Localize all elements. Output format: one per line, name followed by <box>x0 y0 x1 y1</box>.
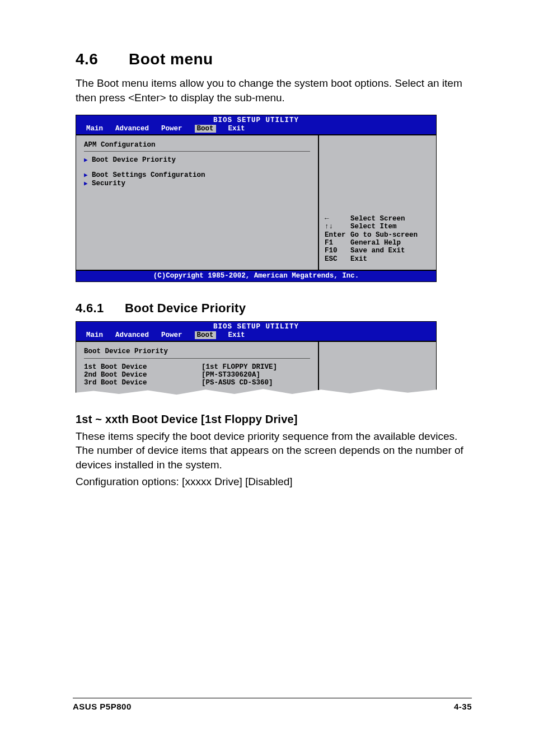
bios-help-pane <box>319 342 436 397</box>
bios-menu-item[interactable]: ▶ Security <box>84 180 310 187</box>
item-heading: 1st ~ xxth Boot Device [1st Floppy Drive… <box>76 413 470 426</box>
bios-header: BIOS SETUP UTILITY Main Advanced Power B… <box>76 115 436 135</box>
bios-left-pane: APM Configuration ▶ Boot Device Priority… <box>76 135 319 270</box>
help-key: F10 <box>325 247 350 255</box>
help-desc: Select Screen <box>350 215 405 223</box>
bios-copyright: (C)Copyright 1985-2002, American Megatre… <box>76 270 436 281</box>
bios-tab-main[interactable]: Main <box>86 125 103 133</box>
bios-item-label: Boot Device Priority <box>92 156 310 164</box>
bios-pane-heading: APM Configuration <box>84 141 310 152</box>
help-key-row: ↑↓Select Item <box>325 223 430 231</box>
bios-tab-boot[interactable]: Boot <box>195 125 216 133</box>
help-key: ↑↓ <box>325 223 350 231</box>
bios-tab-power[interactable]: Power <box>161 125 182 133</box>
help-key: ← <box>325 215 350 223</box>
help-key-row: F10Save and Exit <box>325 247 430 255</box>
help-key: ESC <box>325 255 350 263</box>
bios-setting-value: [PM-ST330620A] <box>202 371 310 379</box>
bios-help-pane: ←Select Screen ↑↓Select Item EnterGo to … <box>319 135 436 270</box>
bios-screenshot-boot-menu: BIOS SETUP UTILITY Main Advanced Power B… <box>76 115 437 282</box>
help-key: Enter <box>325 231 350 239</box>
bios-item-label: Boot Settings Configuration <box>92 171 310 179</box>
help-key-row: ←Select Screen <box>325 215 430 223</box>
help-desc: General Help <box>350 239 401 247</box>
bios-setting-key: 2nd Boot Device <box>84 371 202 379</box>
bios-setting-key: 3rd Boot Device <box>84 379 202 387</box>
bios-pane-heading: Boot Device Priority <box>84 348 310 358</box>
help-key-row: F1General Help <box>325 239 430 247</box>
help-key: F1 <box>325 239 350 247</box>
footer-product: ASUS P5P800 <box>73 702 132 711</box>
help-desc: Go to Sub-screen <box>350 231 418 239</box>
help-key-row: ESCExit <box>325 255 430 263</box>
bios-tab-boot[interactable]: Boot <box>195 331 216 339</box>
help-key-row: EnterGo to Sub-screen <box>325 231 430 239</box>
bios-tab-exit[interactable]: Exit <box>228 125 245 133</box>
bios-tab-bar: Main Advanced Power Boot Exit <box>76 125 436 134</box>
bios-setting-row[interactable]: 3rd Boot Device [PS-ASUS CD-S360] <box>84 379 310 387</box>
subsection-title-text: Boot Device Priority <box>125 301 246 315</box>
bios-screenshot-boot-device-priority: BIOS SETUP UTILITY Main Advanced Power B… <box>76 321 437 397</box>
bios-tab-advanced[interactable]: Advanced <box>115 331 149 339</box>
section-number: 4.6 <box>76 50 129 68</box>
bios-title: BIOS SETUP UTILITY <box>76 322 436 331</box>
submenu-arrow-icon: ▶ <box>84 156 92 164</box>
bios-setting-row[interactable]: 1st Boot Device [1st FLOPPY DRIVE] <box>84 363 310 371</box>
bios-setting-key: 1st Boot Device <box>84 363 202 371</box>
submenu-arrow-icon: ▶ <box>84 171 92 179</box>
help-desc: Save and Exit <box>350 247 405 255</box>
spacer <box>84 165 310 171</box>
bios-setting-row[interactable]: 2nd Boot Device [PM-ST330620A] <box>84 371 310 379</box>
item-paragraph-1: These items specify the boot device prio… <box>76 429 470 472</box>
bios-header: BIOS SETUP UTILITY Main Advanced Power B… <box>76 322 436 342</box>
bios-tab-power[interactable]: Power <box>161 331 182 339</box>
bios-item-label: Security <box>92 180 310 187</box>
bios-tab-main[interactable]: Main <box>86 331 103 339</box>
bios-tab-advanced[interactable]: Advanced <box>115 125 149 133</box>
submenu-arrow-icon: ▶ <box>84 180 92 187</box>
section-heading: 4.6Boot menu <box>76 50 470 68</box>
page-footer: ASUS P5P800 4-35 <box>73 698 472 711</box>
subsection-heading: 4.6.1Boot Device Priority <box>76 301 470 316</box>
section-title-text: Boot menu <box>129 50 213 68</box>
footer-page-number: 4-35 <box>454 702 472 711</box>
subsection-number: 4.6.1 <box>76 301 125 316</box>
bios-menu-item[interactable]: ▶ Boot Settings Configuration <box>84 171 310 179</box>
help-desc: Exit <box>350 255 367 263</box>
bios-tab-bar: Main Advanced Power Boot Exit <box>76 331 436 341</box>
bios-tab-exit[interactable]: Exit <box>228 331 245 339</box>
help-desc: Select Item <box>350 223 397 231</box>
bios-setting-value: [PS-ASUS CD-S360] <box>202 379 310 387</box>
bios-help-keys: ←Select Screen ↑↓Select Item EnterGo to … <box>325 215 430 263</box>
bios-title: BIOS SETUP UTILITY <box>76 115 436 124</box>
bios-menu-item[interactable]: ▶ Boot Device Priority <box>84 156 310 164</box>
item-paragraph-2: Configuration options: [xxxxx Drive] [Di… <box>76 475 470 489</box>
intro-paragraph: The Boot menu items allow you to change … <box>76 76 470 105</box>
bios-setting-value: [1st FLOPPY DRIVE] <box>202 363 310 371</box>
bios-left-pane: Boot Device Priority 1st Boot Device [1s… <box>76 342 319 397</box>
